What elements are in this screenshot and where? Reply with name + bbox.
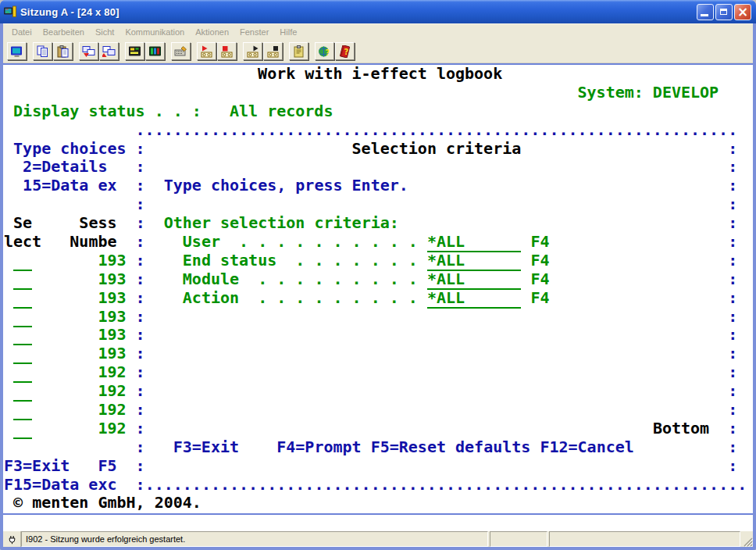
display-settings-icon — [128, 45, 141, 58]
clipboard-button[interactable] — [289, 42, 308, 60]
terminal-text: F15=Data exc — [4, 475, 117, 494]
terminal-text: : — [728, 400, 737, 419]
toolbar-group — [243, 42, 283, 60]
terminal-text: : — [136, 381, 145, 400]
terminal-screen: Work with i-effect logbook System: DEVEL… — [3, 65, 753, 512]
terminal-text: 192 — [98, 400, 126, 419]
terminal-text: All records — [230, 102, 333, 120]
toolbar-group — [197, 42, 237, 60]
terminal-input-field[interactable] — [13, 381, 32, 402]
terminal-text: F3=Exit — [173, 438, 239, 456]
menu-item-datei[interactable]: Datei — [6, 26, 37, 38]
terminal-input-field[interactable]: *ALL — [427, 270, 521, 290]
terminal-row: 2=Details : : — [4, 158, 753, 177]
menu-item-bearbeiten[interactable]: Bearbeiten — [37, 26, 90, 38]
terminal-text: Type choices — [13, 139, 127, 158]
terminal-input-field[interactable] — [13, 307, 32, 327]
terminal-text: : — [728, 176, 737, 195]
copy-button[interactable] — [33, 42, 52, 60]
web-globe-button[interactable]: ? — [315, 42, 334, 60]
record-macro-icon — [200, 45, 213, 58]
session-display-button[interactable] — [7, 42, 27, 60]
terminal-text: : — [136, 288, 145, 307]
terminal-row: 193 : End status . . . . . . . *ALL F4 : — [4, 252, 753, 270]
receive-file-button[interactable] — [99, 42, 119, 60]
mdi-background — [3, 515, 753, 531]
terminal-text: : — [136, 232, 145, 251]
terminal-input-field[interactable]: *ALL — [427, 251, 521, 271]
terminal-text: : — [728, 157, 737, 176]
status-message: I902 - Sitzung wurde erfolgreich gestart… — [21, 531, 488, 547]
maximize-button[interactable] — [715, 4, 733, 20]
menu-item-hilfe[interactable]: Hilfe — [274, 26, 302, 38]
toolbar-group — [33, 42, 73, 60]
screen-colors-icon — [148, 45, 162, 58]
terminal-text: : — [136, 456, 145, 475]
terminal-text: : — [136, 344, 145, 362]
terminal-text: Work with i-effect logbook — [258, 64, 502, 83]
terminal-input-field[interactable] — [13, 344, 32, 364]
minimize-button[interactable] — [697, 4, 714, 20]
menu-item-fenster[interactable]: Fenster — [234, 26, 274, 38]
terminal-input-field[interactable]: *ALL — [427, 232, 521, 252]
terminal-row: 15=Data ex : Type choices, press Enter. … — [4, 177, 753, 195]
screen-colors-button[interactable] — [145, 42, 165, 60]
display-settings-button[interactable] — [125, 42, 144, 60]
terminal-text: : — [136, 362, 145, 381]
stop-macro-button[interactable] — [263, 42, 283, 60]
terminal-text: F4 — [530, 232, 549, 251]
resize-grip-icon[interactable] — [740, 531, 753, 547]
terminal-row: F3=Exit F5 : : — [4, 457, 753, 476]
terminal-text: : — [728, 307, 737, 326]
send-file-icon — [82, 45, 95, 58]
terminal-row: 192 : : — [4, 363, 753, 382]
play-macro-icon — [246, 45, 259, 58]
terminal-text: F12=Cancel — [540, 438, 633, 456]
receive-file-icon — [102, 45, 116, 58]
terminal-text: . . . . . . . . . — [258, 270, 418, 288]
terminal-row: 193 : Module . . . . . . . . . *ALL F4 : — [4, 270, 753, 289]
terminal-row: F15=Data exc :..........................… — [4, 476, 753, 495]
terminal-input-field[interactable] — [13, 325, 32, 345]
send-file-button[interactable] — [79, 42, 98, 60]
terminal-input-field[interactable]: *ALL — [427, 288, 521, 309]
terminal-input-field[interactable] — [13, 251, 32, 271]
terminal-input-field[interactable] — [13, 362, 32, 383]
terminal-input-field[interactable] — [13, 419, 32, 439]
title-bar: Sitzung A - [24 x 80] × — [0, 0, 756, 23]
terminal-text: ........................................… — [136, 120, 738, 139]
keyboard-remap-button[interactable] — [171, 42, 191, 60]
mdi-client-area: Work with i-effect logbook System: DEVEL… — [3, 63, 753, 531]
menu-item-sicht[interactable]: Sicht — [90, 26, 119, 38]
terminal-text: F4 — [530, 288, 549, 307]
terminal-input-field[interactable] — [13, 400, 32, 420]
toolbar-group — [171, 42, 191, 60]
terminal-text: Se — [13, 213, 32, 232]
toolbar-group — [79, 42, 119, 60]
stop-record-button[interactable] — [217, 42, 237, 60]
close-button[interactable]: × — [734, 4, 751, 20]
terminal-input-field[interactable] — [13, 270, 32, 290]
toolbar: ?? — [3, 40, 753, 63]
terminal-text: : — [136, 213, 145, 232]
record-macro-button[interactable] — [197, 42, 216, 60]
status-section-2 — [549, 531, 740, 547]
terminal-text: F3=Exit — [4, 456, 70, 475]
terminal-text: © menten GmbH, 2004. — [13, 493, 201, 512]
terminal-text: 192 — [98, 381, 126, 400]
menu-item-kommunikation[interactable]: Kommunikation — [119, 26, 190, 38]
play-macro-button[interactable] — [243, 42, 262, 60]
terminal-text: Sess — [79, 213, 116, 232]
status-bar: I902 - Sitzung wurde erfolgreich gestart… — [3, 531, 753, 547]
maximize-icon — [720, 9, 727, 15]
svg-text:?: ? — [326, 48, 330, 57]
terminal-text: Numbe — [70, 232, 116, 251]
paste-button[interactable] — [53, 42, 73, 60]
terminal-input-field[interactable] — [13, 288, 32, 309]
terminal-text: 192 — [98, 362, 126, 381]
terminal-text: DEVELOP — [653, 83, 719, 102]
terminal-text: : — [728, 344, 737, 362]
help-book-button[interactable]: ? — [335, 42, 355, 60]
terminal-text: : — [728, 270, 737, 288]
menu-item-aktionen[interactable]: Aktionen — [190, 26, 234, 38]
